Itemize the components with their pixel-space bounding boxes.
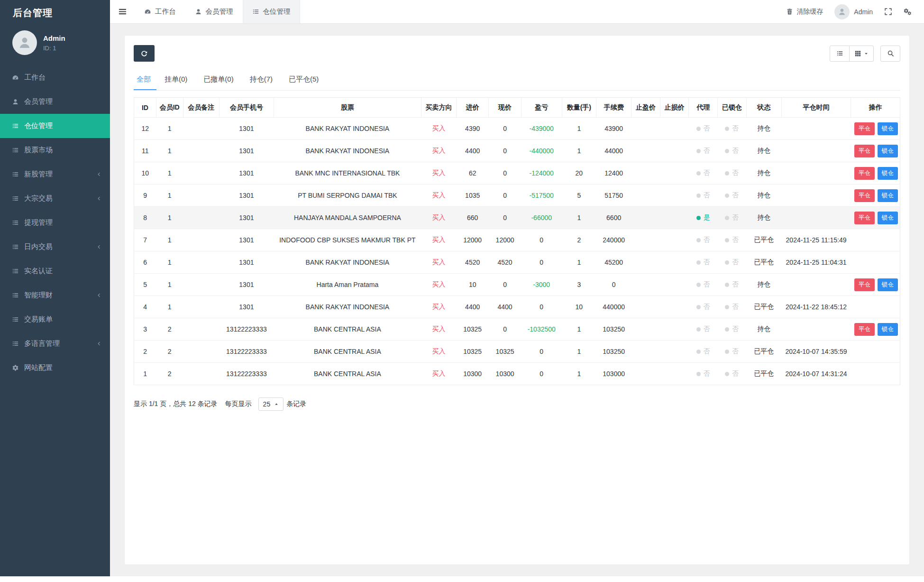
sidebar-item-ipo[interactable]: 新股管理: [0, 162, 110, 186]
locked-indicator[interactable]: 否: [725, 280, 739, 289]
locked-indicator[interactable]: 否: [725, 191, 739, 200]
close-position-button[interactable]: 平仓: [854, 212, 875, 224]
user-icon: [195, 8, 202, 15]
lock-position-button[interactable]: 锁仓: [878, 212, 898, 224]
locked-indicator[interactable]: 否: [725, 347, 739, 356]
status-dot: [696, 283, 701, 287]
fullscreen-button[interactable]: [884, 8, 892, 16]
cell-stop-loss: [660, 318, 689, 341]
top-tab-members[interactable]: 会员管理: [185, 0, 243, 23]
top-tab-workbench[interactable]: 工作台: [135, 0, 185, 23]
cell-stock: BANK RAKYAT INDONESIA: [274, 118, 421, 140]
sidebar-item-site-config[interactable]: 网站配置: [0, 356, 110, 380]
filter-tab-closed[interactable]: 已平仓(5): [281, 69, 327, 90]
agent-indicator[interactable]: 否: [696, 347, 710, 356]
sidebar-item-bills[interactable]: 交易账单: [0, 307, 110, 332]
column-header: 进价: [457, 98, 489, 118]
status-dot: [696, 149, 701, 153]
cell-current-price: 0: [489, 185, 521, 207]
sidebar-item-stock-market[interactable]: 股票市场: [0, 138, 110, 162]
close-position-button[interactable]: 平仓: [854, 145, 875, 157]
filter-tab-holding[interactable]: 持仓(7): [242, 69, 281, 90]
locked-indicator[interactable]: 否: [725, 303, 739, 311]
sidebar-item-kyc[interactable]: 实名认证: [0, 259, 110, 283]
sidebar-item-languages[interactable]: 多语言管理: [0, 332, 110, 356]
cell-quantity: 1: [562, 118, 596, 140]
cell-actions: 平仓锁仓: [851, 185, 900, 207]
close-position-button[interactable]: 平仓: [854, 122, 875, 135]
cell-current-price: 4400: [489, 296, 521, 318]
cell-actions: [851, 296, 900, 318]
locked-indicator[interactable]: 否: [725, 124, 739, 133]
locked-indicator[interactable]: 否: [725, 213, 739, 222]
user-menu[interactable]: Admin: [834, 4, 873, 19]
refresh-button[interactable]: [134, 45, 155, 62]
cell-actions: 平仓锁仓: [851, 118, 900, 140]
agent-indicator[interactable]: 否: [696, 258, 710, 267]
locked-indicator[interactable]: 否: [725, 169, 739, 177]
lock-position-button[interactable]: 锁仓: [878, 323, 898, 336]
lock-position-button[interactable]: 锁仓: [878, 145, 898, 157]
cell-id: 9: [134, 185, 156, 207]
status-dot: [725, 149, 729, 153]
chevron-left-icon: [96, 196, 101, 201]
cell-agent: 否: [689, 318, 718, 341]
agent-indicator[interactable]: 否: [696, 191, 710, 200]
status-dot: [696, 372, 701, 376]
agent-indicator[interactable]: 否: [696, 124, 710, 133]
agent-indicator[interactable]: 是: [696, 213, 710, 222]
position-row: 8 1 1301 HANJAYA MANDALA SAMPOERNA 买入 66…: [134, 207, 900, 229]
close-position-button[interactable]: 平仓: [854, 323, 875, 336]
cell-phone: 1301: [219, 162, 274, 185]
sidebar-item-workbench[interactable]: 工作台: [0, 65, 110, 90]
list-view-button[interactable]: [830, 46, 850, 62]
sidebar-item-smart-invest[interactable]: 智能理财: [0, 283, 110, 307]
menu-toggle-button[interactable]: [110, 0, 135, 23]
cell-phone: 1301: [219, 140, 274, 162]
lock-position-button[interactable]: 锁仓: [878, 278, 898, 291]
sidebar-item-positions[interactable]: 仓位管理: [0, 114, 110, 138]
close-position-button[interactable]: 平仓: [854, 278, 875, 291]
lock-position-button[interactable]: 锁仓: [878, 167, 898, 180]
sidebar-item-members[interactable]: 会员管理: [0, 90, 110, 114]
cell-quantity: 1: [562, 341, 596, 363]
page-size-select[interactable]: 25: [258, 397, 284, 411]
filter-tab-pending[interactable]: 挂单(0): [156, 69, 195, 90]
lock-position-button[interactable]: 锁仓: [878, 189, 898, 202]
agent-indicator[interactable]: 否: [696, 325, 710, 333]
cell-close-time: [781, 140, 851, 162]
sidebar-item-block-trade[interactable]: 大宗交易: [0, 186, 110, 211]
top-tab-positions[interactable]: 仓位管理: [243, 0, 300, 23]
filter-tab-all[interactable]: 全部: [134, 69, 156, 90]
locked-indicator[interactable]: 否: [725, 147, 739, 155]
cell-direction: 买入: [421, 185, 456, 207]
clear-cache-button[interactable]: 清除缓存: [786, 8, 823, 16]
close-position-button[interactable]: 平仓: [854, 167, 875, 180]
agent-indicator[interactable]: 否: [696, 370, 710, 378]
locked-indicator[interactable]: 否: [725, 370, 739, 378]
settings-button[interactable]: [904, 8, 912, 16]
agent-indicator[interactable]: 否: [696, 280, 710, 289]
agent-indicator[interactable]: 否: [696, 303, 710, 311]
cell-profit-loss: -124000: [521, 162, 562, 185]
agent-indicator[interactable]: 否: [696, 236, 710, 244]
agent-indicator[interactable]: 否: [696, 169, 710, 177]
locked-indicator[interactable]: 否: [725, 258, 739, 267]
locked-indicator[interactable]: 否: [725, 325, 739, 333]
cell-direction: 买入: [421, 118, 456, 140]
sidebar-item-intraday[interactable]: 日内交易: [0, 235, 110, 259]
cell-fee: 6600: [596, 207, 631, 229]
top-tab-label: 工作台: [155, 7, 176, 16]
search-button[interactable]: [880, 46, 900, 62]
position-row: 12 1 1301 BANK RAKYAT INDONESIA 买入 4390 …: [134, 118, 900, 140]
page-size-value: 25: [263, 400, 271, 408]
agent-indicator[interactable]: 否: [696, 147, 710, 155]
gear-icon: [12, 364, 19, 371]
columns-button[interactable]: [850, 46, 874, 62]
status-dot: [725, 194, 729, 198]
close-position-button[interactable]: 平仓: [854, 189, 875, 202]
locked-indicator[interactable]: 否: [725, 236, 739, 244]
filter-tab-cancelled[interactable]: 已撤单(0): [195, 69, 241, 90]
sidebar-item-withdraw[interactable]: 提现管理: [0, 211, 110, 235]
lock-position-button[interactable]: 锁仓: [878, 122, 898, 135]
